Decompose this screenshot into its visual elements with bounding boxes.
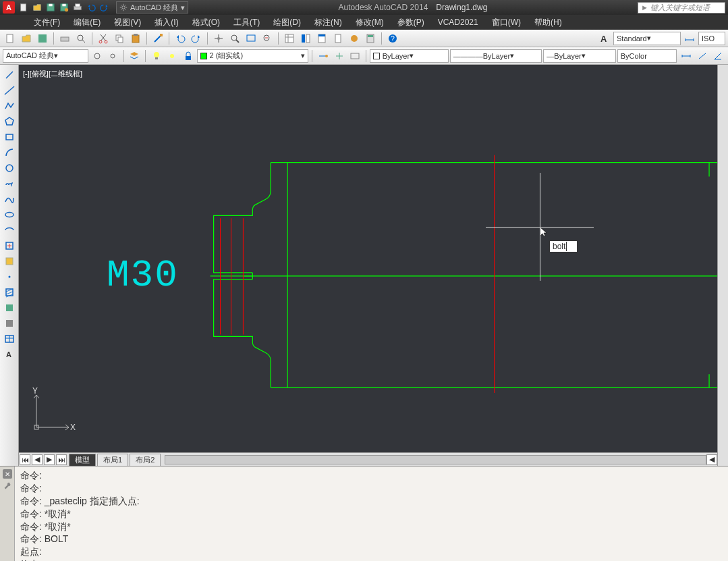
- tab-next[interactable]: ▶: [44, 454, 55, 465]
- layer-prev[interactable]: [332, 49, 346, 63]
- vscroll[interactable]: [717, 65, 728, 466]
- color-combo[interactable]: ByLayer ▾: [370, 49, 449, 63]
- dimstyle-combo[interactable]: ISO: [698, 32, 725, 45]
- tb-toolpalette[interactable]: [314, 31, 329, 46]
- pline-tool[interactable]: [2, 99, 17, 113]
- tb-zoom[interactable]: [227, 31, 242, 46]
- tb-copy[interactable]: [112, 31, 127, 46]
- menu-help[interactable]: 帮助(H): [528, 15, 569, 30]
- menu-window[interactable]: 窗口(W): [485, 15, 528, 30]
- help-search-input[interactable]: ► 键入关键字或短语: [638, 2, 725, 14]
- layer-state[interactable]: [347, 49, 362, 63]
- menu-param[interactable]: 参数(P): [391, 15, 431, 30]
- menu-insert[interactable]: 插入(I): [148, 15, 185, 30]
- dim-angular[interactable]: [711, 49, 725, 63]
- tb-calc[interactable]: [363, 31, 378, 46]
- tb-undo2[interactable]: [173, 31, 188, 46]
- tab-layout2[interactable]: 布局2: [130, 454, 161, 466]
- line-tool[interactable]: [2, 68, 17, 82]
- redo-button[interactable]: [99, 1, 111, 14]
- tb-plot[interactable]: [57, 31, 72, 46]
- saveas-button[interactable]: [58, 1, 70, 14]
- spline-tool[interactable]: [2, 192, 17, 207]
- insert-tool[interactable]: [2, 238, 17, 253]
- tb-designcenter[interactable]: [298, 31, 313, 46]
- wrench-icon[interactable]: [3, 481, 12, 491]
- hscroll[interactable]: [165, 455, 706, 464]
- lineweight-combo[interactable]: — ByLayer ▾: [543, 49, 615, 63]
- textstyle-combo[interactable]: Standard ▾: [613, 32, 681, 45]
- tb-new[interactable]: [3, 31, 18, 46]
- tb-sheetset[interactable]: [331, 31, 345, 46]
- menu-view[interactable]: 视图(V): [107, 15, 148, 30]
- cmdwin-handle[interactable]: ✕: [0, 466, 15, 561]
- tb-redo2[interactable]: [189, 31, 204, 46]
- menu-format[interactable]: 格式(O): [186, 15, 227, 30]
- tab-first[interactable]: ⏮: [20, 454, 30, 465]
- tb-cut[interactable]: [96, 31, 111, 46]
- xline-tool[interactable]: [2, 83, 17, 98]
- linetype-combo[interactable]: ———— ByLayer ▾: [450, 49, 542, 63]
- tab-layout1[interactable]: 布局1: [97, 454, 128, 466]
- tab-last[interactable]: ⏭: [56, 454, 67, 465]
- menu-modify[interactable]: 修改(M): [349, 15, 391, 30]
- mtext-tool[interactable]: A: [2, 347, 17, 362]
- new-button[interactable]: [18, 1, 30, 14]
- open-button[interactable]: [31, 1, 43, 14]
- hscroll-left[interactable]: ◀: [706, 454, 717, 465]
- plot-button[interactable]: [72, 1, 84, 14]
- tb-pan[interactable]: [211, 31, 226, 46]
- tab-prev[interactable]: ◀: [32, 454, 43, 465]
- menu-vcad[interactable]: VCAD2021: [431, 15, 485, 30]
- tb-zoomwin[interactable]: [244, 31, 258, 46]
- rect-tool[interactable]: [2, 130, 17, 144]
- tb-matchprop[interactable]: [150, 31, 165, 46]
- ellipsearc-tool[interactable]: [2, 223, 17, 238]
- menu-edit[interactable]: 编辑(E): [67, 15, 107, 30]
- plotstyle-combo[interactable]: ByColor: [617, 49, 677, 63]
- menu-tools[interactable]: 工具(T): [227, 15, 267, 30]
- tb-preview[interactable]: [74, 31, 88, 46]
- menu-draw[interactable]: 绘图(D): [267, 15, 308, 30]
- layer-on-icon[interactable]: [149, 49, 163, 63]
- hatch-tool[interactable]: [2, 285, 17, 300]
- table-tool[interactable]: [2, 331, 17, 346]
- tb-open[interactable]: [19, 31, 34, 46]
- tab-model[interactable]: 模型: [69, 454, 96, 466]
- layer-lock-icon[interactable]: [181, 49, 195, 63]
- layer-combo[interactable]: 2 (细实线) ▾: [197, 49, 309, 63]
- menu-file[interactable]: 文件(F): [27, 15, 67, 30]
- ws-gear[interactable]: [105, 49, 119, 63]
- dim-aligned[interactable]: [695, 49, 709, 63]
- revcloud-tool[interactable]: [2, 176, 17, 191]
- close-icon[interactable]: ✕: [3, 469, 12, 479]
- gradient-tool[interactable]: [2, 300, 17, 315]
- workspace-selector[interactable]: AutoCAD 经典 ▾: [116, 1, 188, 14]
- point-tool[interactable]: [2, 269, 17, 284]
- tb-zoomprev[interactable]: [260, 31, 275, 46]
- block-tool[interactable]: [2, 254, 17, 269]
- dim-linear[interactable]: [679, 49, 694, 63]
- ws-settings[interactable]: [90, 49, 104, 63]
- arc-tool[interactable]: [2, 145, 17, 160]
- tb-help[interactable]: ?: [385, 31, 400, 46]
- model-viewport[interactable]: [-][俯视][二维线框]: [19, 65, 717, 452]
- layer-freeze-icon[interactable]: [165, 49, 179, 63]
- tb-textstyle-icon[interactable]: A: [597, 31, 612, 46]
- tb-props[interactable]: [282, 31, 297, 46]
- tb-markup[interactable]: [347, 31, 362, 46]
- tb-paste[interactable]: [128, 31, 143, 46]
- layer-props[interactable]: [128, 49, 142, 63]
- tb-dimstyle-icon[interactable]: [682, 31, 697, 46]
- layer-match[interactable]: [316, 49, 330, 63]
- undo-button[interactable]: [85, 1, 97, 14]
- region-tool[interactable]: [2, 316, 17, 331]
- tb-save[interactable]: [35, 31, 50, 46]
- menu-dimension[interactable]: 标注(N): [308, 15, 349, 30]
- workspace-combo[interactable]: AutoCAD 经典 ▾: [3, 49, 88, 63]
- circle-tool[interactable]: [2, 161, 17, 176]
- polygon-tool[interactable]: [2, 114, 17, 129]
- dynamic-input[interactable]: bolt: [549, 240, 578, 252]
- ellipse-tool[interactable]: [2, 207, 17, 222]
- save-button[interactable]: [45, 1, 57, 14]
